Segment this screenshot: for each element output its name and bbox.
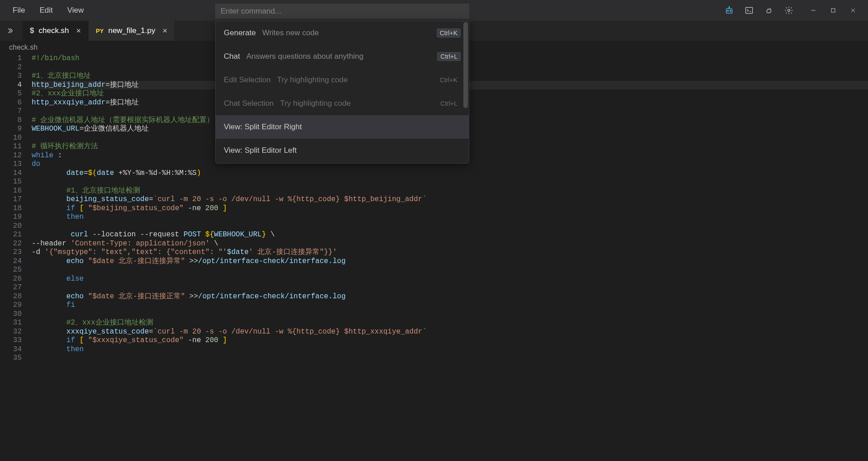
code-line[interactable] — [32, 266, 868, 275]
line-number: 7 — [0, 107, 22, 116]
palette-label: View: Split Editor Left — [224, 146, 297, 155]
line-number: 14 — [0, 169, 22, 178]
svg-rect-0 — [726, 9, 732, 13]
code-line[interactable]: -d '{"msgtype": "text","text": {"content… — [32, 248, 868, 257]
line-number: 6 — [0, 99, 22, 108]
tab-label: new_file_1.py — [108, 26, 155, 35]
ai-robot-icon[interactable] — [724, 5, 734, 15]
svg-point-3 — [729, 7, 730, 8]
tab-close-icon[interactable]: × — [76, 26, 81, 36]
line-number: 31 — [0, 319, 22, 328]
svg-point-1 — [727, 10, 728, 11]
line-number: 35 — [0, 354, 22, 363]
palette-hint: Answers questions about anything — [246, 52, 363, 61]
line-number: 32 — [0, 328, 22, 337]
code-line[interactable]: curl --location --request POST ${WEBHOOK… — [32, 230, 868, 240]
code-line[interactable]: beijing_status_code=`curl -m 20 -s -o /d… — [32, 195, 868, 204]
code-line[interactable]: if [ "$xxxqiye_status_code" -ne 200 ] — [32, 336, 868, 345]
code-line[interactable] — [32, 283, 868, 292]
line-number: 29 — [0, 301, 22, 310]
code-line[interactable]: date=$(date +%Y-%m-%d-%H:%M:%S) — [32, 169, 868, 178]
line-number: 20 — [0, 222, 22, 231]
svg-rect-6 — [831, 9, 835, 12]
palette-item[interactable]: ChatAnswers questions about anythingCtrl… — [216, 45, 469, 68]
code-line[interactable]: then — [32, 213, 868, 222]
tab-close-icon[interactable]: × — [162, 26, 167, 36]
line-number: 15 — [0, 178, 22, 187]
minimize-icon[interactable] — [808, 5, 818, 15]
code-line[interactable]: --header 'Content-Type: application/json… — [32, 240, 868, 249]
palette-label: Chat Selection — [224, 99, 274, 108]
code-line[interactable] — [32, 178, 868, 187]
palette-item[interactable]: View: Split Editor Right — [216, 115, 469, 139]
menu-items: File Edit View — [5, 3, 91, 18]
palette-scrollbar[interactable] — [463, 22, 468, 108]
line-number: 3 — [0, 72, 22, 81]
palette-label: Edit Selection — [224, 75, 271, 85]
palette-hint: Writes new code — [262, 28, 319, 38]
clap-icon[interactable] — [764, 5, 774, 15]
palette-label: Chat — [224, 52, 240, 61]
palette-shortcut: Ctrl+K — [437, 28, 461, 38]
line-number: 22 — [0, 240, 22, 249]
line-number: 9 — [0, 125, 22, 134]
titlebar-icons — [724, 5, 863, 15]
window-controls — [808, 5, 858, 15]
code-line[interactable]: #1、北京接口地址检测 — [32, 187, 868, 196]
line-number: 28 — [0, 292, 22, 301]
tab-label: check.sh — [38, 26, 69, 35]
line-number: 1 — [0, 54, 22, 63]
gear-icon[interactable] — [784, 5, 794, 15]
line-number: 4 — [0, 81, 22, 90]
line-number: 11 — [0, 142, 22, 151]
tab-new-file-py[interactable]: PY new_file_1.py × — [89, 21, 175, 41]
shell-file-icon: $ — [30, 26, 34, 35]
code-line[interactable] — [32, 310, 868, 319]
line-number: 30 — [0, 310, 22, 319]
line-number: 13 — [0, 160, 22, 169]
line-number: 26 — [0, 275, 22, 284]
menu-edit[interactable]: Edit — [32, 3, 60, 18]
code-line[interactable]: xxxqiye_status_code=`curl -m 20 -s -o /d… — [32, 328, 868, 337]
code-line[interactable]: then — [32, 345, 868, 354]
command-palette: GenerateWrites new codeCtrl+KChatAnswers… — [215, 21, 469, 164]
code-line[interactable] — [32, 222, 868, 231]
line-number: 12 — [0, 151, 22, 160]
line-number: 24 — [0, 257, 22, 266]
code-line[interactable]: echo "$date 北京-接口连接正常" >>/opt/interface-… — [32, 292, 868, 301]
code-line[interactable]: echo "$date 北京-接口连接异常" >>/opt/interface-… — [32, 257, 868, 266]
palette-item[interactable]: View: Split Editor Left — [216, 139, 469, 162]
code-line[interactable] — [32, 354, 868, 363]
palette-item: Edit SelectionTry highlighting codeCtrl+… — [216, 68, 469, 92]
close-icon[interactable] — [848, 5, 858, 15]
line-gutter: 1234567891011121314151617181920212223242… — [0, 54, 32, 461]
svg-point-5 — [788, 9, 790, 12]
maximize-icon[interactable] — [828, 5, 838, 15]
line-number: 25 — [0, 266, 22, 275]
command-input[interactable] — [215, 4, 469, 19]
palette-label: View: Split Editor Right — [224, 122, 302, 132]
palette-shortcut: Ctrl+L — [437, 99, 461, 108]
line-number: 19 — [0, 213, 22, 222]
menu-view[interactable]: View — [60, 3, 91, 18]
tab-expand-icon[interactable] — [0, 21, 23, 41]
code-line[interactable]: if [ "$beijing_status_code" -ne 200 ] — [32, 204, 868, 213]
svg-rect-4 — [746, 7, 753, 13]
line-number: 5 — [0, 89, 22, 99]
palette-hint: Try highlighting code — [280, 99, 351, 108]
line-number: 23 — [0, 248, 22, 257]
palette-item: Chat SelectionTry highlighting codeCtrl+… — [216, 92, 469, 115]
terminal-icon[interactable] — [744, 5, 754, 15]
menubar: File Edit View — [0, 0, 868, 21]
menu-file[interactable]: File — [5, 3, 32, 18]
palette-hint: Try highlighting code — [277, 75, 348, 85]
line-number: 18 — [0, 204, 22, 213]
tab-check-sh[interactable]: $ check.sh × — [23, 21, 89, 41]
line-number: 16 — [0, 187, 22, 196]
palette-item[interactable]: GenerateWrites new codeCtrl+K — [216, 21, 469, 45]
code-line[interactable]: else — [32, 275, 868, 284]
line-number: 33 — [0, 336, 22, 345]
palette-shortcut: Ctrl+K — [437, 75, 461, 85]
code-line[interactable]: fi — [32, 301, 868, 310]
code-line[interactable]: #2、xxx企业接口地址检测 — [32, 319, 868, 328]
